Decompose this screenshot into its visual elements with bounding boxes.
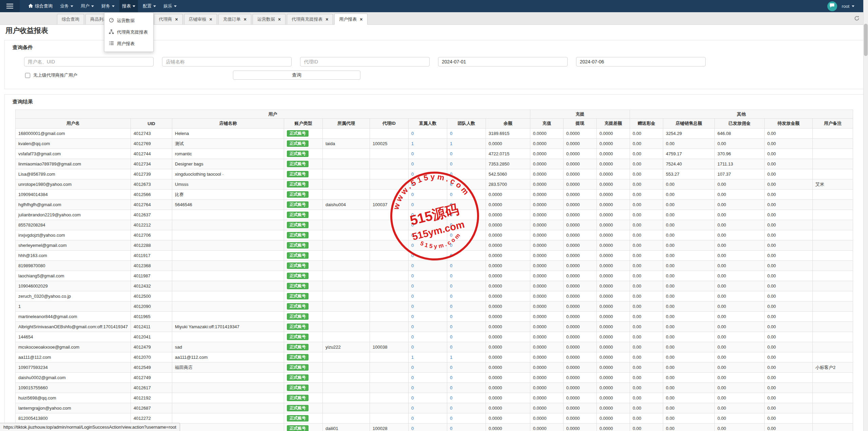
- tab-close-icon[interactable]: ×: [326, 17, 328, 22]
- direct-count-cell[interactable]: 0: [409, 342, 447, 352]
- direct-count-cell[interactable]: 0: [409, 413, 447, 424]
- remark-cell: [813, 261, 853, 271]
- tab-recharge-orders[interactable]: 充值订单×: [218, 14, 251, 24]
- team-count-cell[interactable]: 0: [447, 373, 486, 383]
- nav-item-users[interactable]: 用户: [78, 0, 97, 12]
- user-menu[interactable]: root: [842, 4, 854, 9]
- nav-item-config[interactable]: 配置: [140, 0, 159, 12]
- tab-shop-review[interactable]: 店铺审核×: [184, 14, 217, 24]
- nav-item-home[interactable]: 综合查询: [25, 0, 55, 12]
- search-button[interactable]: 查询: [233, 71, 360, 80]
- scrollbar-thumb[interactable]: [864, 24, 868, 56]
- team-count-cell[interactable]: 0: [447, 342, 486, 352]
- tab-overview[interactable]: 综合查询: [57, 14, 84, 24]
- team-count-cell[interactable]: 0: [447, 291, 486, 301]
- tab-close-icon[interactable]: ×: [175, 17, 178, 22]
- team-count-cell[interactable]: 0: [447, 129, 486, 139]
- dropdown-item-operations-data[interactable]: 运营数据: [104, 15, 153, 26]
- direct-count-cell[interactable]: 0: [409, 149, 447, 159]
- date-from-input[interactable]: [438, 57, 568, 66]
- direct-count-cell[interactable]: 0: [409, 301, 447, 312]
- direct-count-cell[interactable]: 0: [409, 159, 447, 169]
- tab-close-icon[interactable]: ×: [278, 17, 281, 22]
- team-count-cell[interactable]: 0: [447, 230, 486, 240]
- tab-user-report[interactable]: 用户报表×: [334, 14, 367, 25]
- direct-count-cell[interactable]: 0: [409, 200, 447, 210]
- direct-count-cell[interactable]: 0: [409, 332, 447, 342]
- team-count-cell[interactable]: 0: [447, 261, 486, 271]
- nav-item-finance[interactable]: 财务: [99, 0, 117, 12]
- team-count-cell[interactable]: 0: [447, 312, 486, 322]
- agent-id-input[interactable]: [300, 57, 430, 66]
- username-uid-input[interactable]: [24, 57, 154, 66]
- tab-agent-recharge-report[interactable]: 代理商充提报表×: [287, 14, 333, 24]
- team-count-cell[interactable]: 0: [447, 271, 486, 281]
- date-to-input[interactable]: [576, 57, 706, 66]
- team-count-cell[interactable]: 0: [447, 159, 486, 169]
- direct-count-cell[interactable]: 0: [409, 271, 447, 281]
- team-count-cell[interactable]: 0: [447, 210, 486, 220]
- team-count-cell[interactable]: 1: [447, 139, 486, 149]
- tab-close-icon[interactable]: ×: [210, 17, 212, 22]
- team-count-cell[interactable]: 0: [447, 220, 486, 230]
- direct-count-cell[interactable]: 0: [409, 373, 447, 383]
- no-agent-checkbox[interactable]: [25, 73, 30, 78]
- tab-close-icon[interactable]: ×: [360, 17, 362, 22]
- team-count-cell[interactable]: 0: [447, 281, 486, 291]
- team-count-cell[interactable]: 0: [447, 301, 486, 312]
- direct-count-cell[interactable]: 0: [409, 383, 447, 393]
- nav-item-entertainment[interactable]: 娱乐: [161, 0, 179, 12]
- direct-count-cell[interactable]: 1: [409, 352, 447, 363]
- direct-count-cell[interactable]: 0: [409, 322, 447, 332]
- direct-count-cell[interactable]: 0: [409, 251, 447, 261]
- team-count-cell[interactable]: 6: [447, 179, 486, 190]
- direct-count-cell[interactable]: 6: [409, 179, 447, 190]
- direct-count-cell[interactable]: 0: [409, 363, 447, 373]
- shop-name-input[interactable]: [162, 57, 292, 66]
- direct-count-cell[interactable]: 0: [409, 230, 447, 240]
- direct-count-cell[interactable]: 0: [409, 220, 447, 230]
- vertical-scrollbar[interactable]: [863, 0, 868, 431]
- direct-count-cell[interactable]: 0: [409, 169, 447, 179]
- tab-close-icon[interactable]: ×: [244, 17, 246, 22]
- direct-count-cell[interactable]: 1: [409, 139, 447, 149]
- team-count-cell[interactable]: 0: [447, 403, 486, 413]
- team-count-cell[interactable]: 0: [447, 251, 486, 261]
- team-count-cell[interactable]: 0: [447, 149, 486, 159]
- team-count-cell[interactable]: 0: [447, 424, 486, 431]
- chat-button[interactable]: [827, 1, 837, 11]
- direct-count-cell[interactable]: 0: [409, 312, 447, 322]
- dropdown-item-user-report[interactable]: 用户报表: [104, 38, 153, 50]
- team-count-cell[interactable]: 0: [447, 169, 486, 179]
- direct-count-cell[interactable]: 0: [409, 129, 447, 139]
- team-count-cell[interactable]: 0: [447, 200, 486, 210]
- tab-agents[interactable]: 代理商×: [154, 14, 182, 24]
- team-count-cell[interactable]: 0: [447, 363, 486, 373]
- nav-item-business[interactable]: 业务: [57, 0, 76, 12]
- team-count-cell[interactable]: 0: [447, 332, 486, 342]
- no-agent-checkbox-row[interactable]: 无上级代理商推广用户: [25, 72, 77, 78]
- direct-count-cell[interactable]: 0: [409, 403, 447, 413]
- direct-count-cell[interactable]: 0: [409, 261, 447, 271]
- team-count-cell[interactable]: 0: [447, 322, 486, 332]
- direct-count-cell[interactable]: 0: [409, 240, 447, 251]
- direct-count-cell[interactable]: 0: [409, 210, 447, 220]
- dropdown-item-agent-recharge-report[interactable]: 代理商充提报表: [104, 26, 153, 38]
- refresh-icon[interactable]: [854, 15, 860, 23]
- team-count-cell[interactable]: 0: [447, 383, 486, 393]
- team-count-cell[interactable]: 0: [447, 413, 486, 424]
- team-count-cell[interactable]: 0: [447, 393, 486, 403]
- recharge-diff-cell: 0.0000: [597, 200, 630, 210]
- team-count-cell[interactable]: 0: [447, 190, 486, 200]
- hamburger-menu-button[interactable]: [0, 0, 20, 12]
- direct-count-cell[interactable]: 0: [409, 291, 447, 301]
- tab-operations-data[interactable]: 运营数据×: [253, 14, 285, 24]
- agent-id-cell: [370, 251, 409, 261]
- direct-count-cell[interactable]: 0: [409, 393, 447, 403]
- direct-count-cell[interactable]: 0: [409, 424, 447, 431]
- nav-item-reports[interactable]: 报表: [119, 0, 138, 12]
- team-count-cell[interactable]: 0: [447, 240, 486, 251]
- team-count-cell[interactable]: 1: [447, 352, 486, 363]
- direct-count-cell[interactable]: 0: [409, 281, 447, 291]
- direct-count-cell[interactable]: 0: [409, 190, 447, 200]
